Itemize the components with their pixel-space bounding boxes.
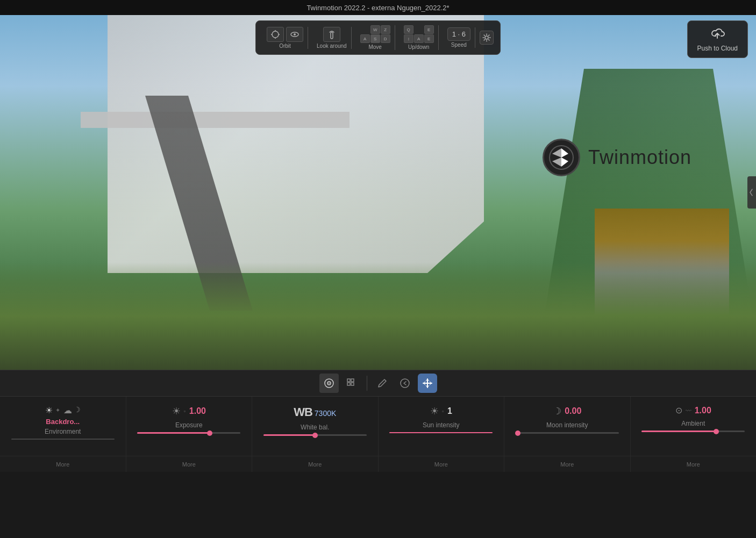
- controls-bottom-row: More More More More More More: [0, 456, 756, 472]
- svg-point-7: [294, 33, 296, 35]
- sun-small-icon: ✦: [55, 407, 60, 414]
- tm-logo-circle: [543, 139, 580, 176]
- nav-group-lookaround: Look around: [312, 27, 352, 49]
- moon-intensity-label: Moon intensity: [546, 421, 588, 429]
- key-e: E: [424, 25, 434, 34]
- sun-intensity-control[interactable]: ☀ ◦ 1 Sun intensity: [379, 397, 505, 456]
- tm-logo-svg: [548, 144, 575, 171]
- title-bar: Twinmotion 2022.2 - externa Ngugen_2022.…: [0, 0, 756, 15]
- ambient-slider[interactable]: [641, 431, 745, 432]
- environment-control[interactable]: ☀ ✦ ☁ ☽ Backdro... Environment: [0, 397, 126, 456]
- scene-ground: [0, 262, 756, 370]
- pan-orbit-icons: [267, 27, 303, 42]
- updown-label: Up/down: [408, 44, 429, 50]
- environment-more-button[interactable]: More: [0, 456, 126, 472]
- navigation-toolbar: Orbit Look around W Z A S: [255, 20, 501, 55]
- environment-slider[interactable]: [11, 439, 115, 440]
- environment-label: Environment: [45, 428, 81, 435]
- toolbar-separator-1: [367, 376, 367, 391]
- speed-value[interactable]: 1 · 6: [447, 27, 470, 41]
- key-e2: E: [424, 34, 434, 43]
- exposure-value: 1.00: [189, 406, 206, 416]
- lookaround-icon: [323, 27, 340, 42]
- exposure-icons: ☀ ◦ 1.00: [172, 405, 206, 417]
- exposure-control[interactable]: ☀ ◦ 1.00 Exposure: [126, 397, 253, 456]
- nav-group-updown: Q E ↕ A E Up/down: [400, 25, 439, 50]
- exposure-label: Exposure: [175, 421, 203, 429]
- updown-keys: Q E ↕ A E: [404, 25, 434, 43]
- cloud-icon: ☁: [63, 405, 72, 415]
- svg-rect-16: [351, 383, 354, 385]
- sun-more-button[interactable]: More: [379, 456, 505, 472]
- wb-row: WB 7300K: [294, 405, 336, 419]
- key-empty-1: [360, 25, 370, 34]
- orbit-label: Orbit: [279, 43, 291, 49]
- exposure-small-icon: ◦: [184, 407, 186, 415]
- environment-sublabel: Backdro...: [46, 418, 80, 426]
- ambient-thumb[interactable]: [714, 429, 719, 434]
- white-balance-label: White bal.: [301, 424, 329, 431]
- nav-group-pan: Orbit: [262, 27, 308, 49]
- cloud-upload-icon: [709, 26, 725, 42]
- sun-intensity-small: ◦: [442, 407, 444, 415]
- wb-slider[interactable]: [263, 434, 367, 436]
- sun-icon: ☀: [45, 405, 53, 415]
- sun-intensity-value: 1: [447, 406, 452, 416]
- moon-intensity-control[interactable]: ☽ 0.00 Moon intensity: [504, 397, 631, 456]
- svg-rect-15: [347, 383, 350, 385]
- bottom-toolbar: [0, 370, 756, 397]
- ambient-control[interactable]: ⊙ 〰 1.00 Ambient: [631, 397, 757, 456]
- sun-intensity-slider[interactable]: [389, 432, 493, 433]
- sun-intensity-icons: ☀ ◦ 1: [430, 405, 452, 417]
- svg-point-1: [272, 31, 279, 38]
- speed-label: Speed: [451, 42, 467, 48]
- push-to-cloud-button[interactable]: Push to Cloud: [687, 20, 748, 58]
- env-icon-group: ☀ ✦: [45, 405, 60, 415]
- ambient-icon: ⊙: [675, 405, 682, 415]
- moon-intensity-thumb[interactable]: [515, 431, 520, 436]
- key-a2: A: [414, 34, 424, 43]
- moon-small-icon: ☽: [74, 405, 81, 415]
- svg-rect-14: [351, 379, 354, 382]
- orbit-icon: [286, 27, 303, 42]
- moon-intensity-slider[interactable]: [516, 432, 619, 434]
- controls-panel: ☀ ✦ ☁ ☽ Backdro... Environment ☀ ◦ 1.00 …: [0, 397, 756, 472]
- ambient-icons: ⊙ 〰 1.00: [675, 405, 711, 415]
- move-tool-button[interactable]: [418, 374, 437, 393]
- white-balance-control[interactable]: WB 7300K White bal.: [252, 397, 379, 456]
- right-panel-tab[interactable]: [747, 176, 756, 209]
- window-title: Twinmotion 2022.2 - externa Ngugen_2022.…: [306, 4, 449, 12]
- viewport[interactable]: Twinmotion: [0, 15, 756, 370]
- push-to-cloud-label: Push to Cloud: [697, 45, 738, 52]
- exposure-slider[interactable]: [137, 432, 240, 434]
- svg-point-12: [329, 383, 330, 384]
- wb-thumb[interactable]: [312, 433, 318, 438]
- back-button[interactable]: [395, 374, 415, 393]
- scene-overhang: [81, 112, 350, 128]
- grid-button[interactable]: [342, 374, 361, 393]
- moon-intensity-icon: ☽: [553, 405, 561, 417]
- exposure-more-button[interactable]: More: [126, 456, 253, 472]
- edit-button[interactable]: [373, 374, 392, 393]
- settings-button[interactable]: [480, 31, 494, 45]
- exposure-sun-icon: ☀: [172, 405, 181, 417]
- tm-logo-text: Twinmotion: [588, 146, 691, 169]
- wb-more-button[interactable]: More: [252, 456, 379, 472]
- nav-group-speed: 1 · 6 Speed: [443, 27, 475, 48]
- sun-intensity-label: Sun intensity: [423, 421, 460, 429]
- exposure-thumb[interactable]: [207, 431, 212, 436]
- lookaround-icon-area: [323, 27, 340, 42]
- wb-text: WB: [294, 405, 312, 419]
- ambient-more-button[interactable]: More: [631, 456, 757, 472]
- moon-more-button[interactable]: More: [504, 456, 631, 472]
- sun-intensity-icon: ☀: [430, 405, 439, 417]
- ambient-label: Ambient: [681, 420, 705, 427]
- key-q: Q: [404, 25, 413, 34]
- camera-button[interactable]: [319, 374, 339, 393]
- key-updn1: ↕: [404, 34, 413, 43]
- nav-group-move: W Z A S D Move: [356, 25, 395, 50]
- key-w: W: [370, 25, 380, 34]
- ambient-value: 1.00: [695, 406, 711, 415]
- key-z: Z: [381, 25, 390, 34]
- controls-row: ☀ ✦ ☁ ☽ Backdro... Environment ☀ ◦ 1.00 …: [0, 397, 756, 456]
